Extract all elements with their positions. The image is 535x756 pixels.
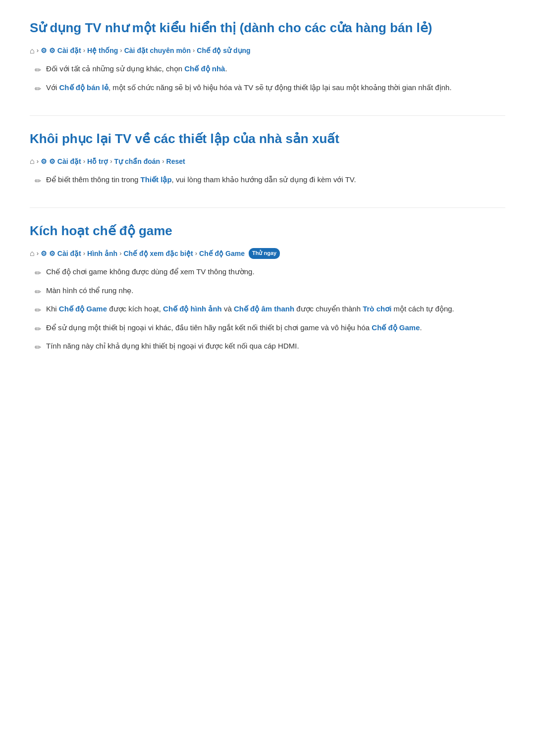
sep3-2: › [83,249,85,259]
highlight-thietlap: Thiết lập [141,175,172,184]
section3-title: Kích hoạt chế độ game [30,223,505,240]
home-icon-1: ⌂ [30,45,35,57]
sep2-4: › [162,156,164,167]
breadcrumb-tuchando[interactable]: Tự chẩn đoán [114,156,160,167]
bullet-text-3-2: Màn hình có thể rung nhẹ. [46,285,133,297]
divider-2 [30,207,505,208]
breadcrumb-caidat-2[interactable]: ⚙ Cài đặt [41,156,81,167]
section1-title: Sử dụng TV như một kiểu hiển thị (dành c… [30,20,505,37]
list-item-2-1: ✏ Để biết thêm thông tin trong Thiết lập… [35,174,505,188]
list-item-1-1: ✏ Đối với tất cả những sử dụng khác, chọ… [35,63,505,77]
list-item-3-1: ✏ Chế độ chơi game không được dùng để xe… [35,266,505,280]
highlight-chedogame2: Chế độ Game [59,304,107,313]
highlight-chedoamthanh: Chế độ âm thanh [234,304,294,313]
breadcrumb-2: ⌂ › ⚙ Cài đặt › Hỗ trợ › Tự chẩn đoán › … [30,155,505,168]
sep2: › [83,46,85,56]
breadcrumb-hethong[interactable]: Hệ thống [87,45,118,56]
pencil-icon-3-4: ✏ [35,323,41,336]
bullet-text-3-4: Để sử dụng một thiết bị ngoại vi khác, đ… [46,322,422,334]
section-reset: Khôi phục lại TV về các thiết lập của nh… [30,131,505,188]
section-game-mode: Kích hoạt chế độ game ⌂ › ⚙ Cài đặt › Hì… [30,223,505,354]
home-icon-3: ⌂ [30,247,35,260]
breadcrumb-1: ⌂ › ⚙ Cài đặt › Hệ thống › Cài đặt chuyê… [30,45,505,57]
sep3-1: › [37,249,39,259]
bullet-text-2-1: Để biết thêm thông tin trong Thiết lập, … [46,174,356,186]
section2-title: Khôi phục lại TV về các thiết lập của nh… [30,131,505,148]
breadcrumb-chedogame[interactable]: Chế độ Game [199,248,245,259]
breadcrumb-chedosd[interactable]: Chế độ sử dụng [197,45,250,56]
bullet-list-3: ✏ Chế độ chơi game không được dùng để xe… [30,266,505,354]
list-item-3-4: ✏ Để sử dụng một thiết bị ngoại vi khác,… [35,322,505,336]
highlight-chedogame3: Chế độ Game [372,323,420,332]
divider-1 [30,115,505,116]
pencil-icon-3-3: ✏ [35,304,41,317]
sep1: › [37,46,39,56]
breadcrumb-reset[interactable]: Reset [166,156,185,167]
home-icon-2: ⌂ [30,155,35,168]
sep3-4: › [195,249,197,259]
try-now-badge[interactable]: Thử ngay [249,248,280,259]
pencil-icon-3-5: ✏ [35,341,41,354]
pencil-icon-3-1: ✏ [35,267,41,280]
list-item-3-3: ✏ Khi Chế độ Game được kích hoạt, Chế độ… [35,303,505,317]
pencil-icon-2-1: ✏ [35,175,41,188]
highlight-trochoi: Trò chơi [363,304,391,313]
bullet-text-3-5: Tính năng này chỉ khả dụng khi thiết bị … [46,340,299,352]
list-item-3-2: ✏ Màn hình có thể rung nhẹ. [35,285,505,299]
pencil-icon-1-2: ✏ [35,83,41,96]
bullet-list-1: ✏ Đối với tất cả những sử dụng khác, chọ… [30,63,505,95]
sep2-2: › [83,156,85,167]
breadcrumb-caidat-3[interactable]: ⚙ Cài đặt [41,248,81,259]
breadcrumb-3: ⌂ › ⚙ Cài đặt › Hình ảnh › Chế độ xem đặ… [30,247,505,260]
sep3: › [120,46,122,56]
sep2-1: › [37,156,39,167]
highlight-chedohinhanh: Chế độ hình ảnh [163,304,222,313]
list-item-3-5: ✏ Tính năng này chỉ khả dụng khi thiết b… [35,340,505,354]
bullet-list-2: ✏ Để biết thêm thông tin trong Thiết lập… [30,174,505,188]
bullet-text-1-1: Đối với tất cả những sử dụng khác, chọn … [46,63,227,75]
pencil-icon-1-1: ✏ [35,64,41,77]
breadcrumb-hotro[interactable]: Hỗ trợ [87,156,108,167]
bullet-text-3-3: Khi Chế độ Game được kích hoạt, Chế độ h… [46,303,454,315]
breadcrumb-chedoxem[interactable]: Chế độ xem đặc biệt [123,248,193,259]
sep3-3: › [119,249,121,259]
bullet-text-3-1: Chế độ chơi game không được dùng để xem … [46,266,255,278]
sep2-3: › [110,156,112,167]
list-item-1-2: ✏ Với Chế độ bán lẻ, một số chức năng sẽ… [35,82,505,96]
highlight-chedobanle: Chế độ bán lẻ [59,83,109,92]
breadcrumb-caidat-1[interactable]: ⚙ Cài đặt [41,45,81,56]
bullet-text-1-2: Với Chế độ bán lẻ, một số chức năng sẽ b… [46,82,452,94]
sep4: › [193,46,195,56]
breadcrumb-caidatchuyenmon[interactable]: Cài đặt chuyên môn [124,45,191,56]
breadcrumb-hinhanh[interactable]: Hình ảnh [87,248,117,259]
highlight-chedonha: Chế độ nhà [184,64,225,73]
section-display-mode: Sử dụng TV như một kiểu hiển thị (dành c… [30,20,505,96]
pencil-icon-3-2: ✏ [35,286,41,299]
